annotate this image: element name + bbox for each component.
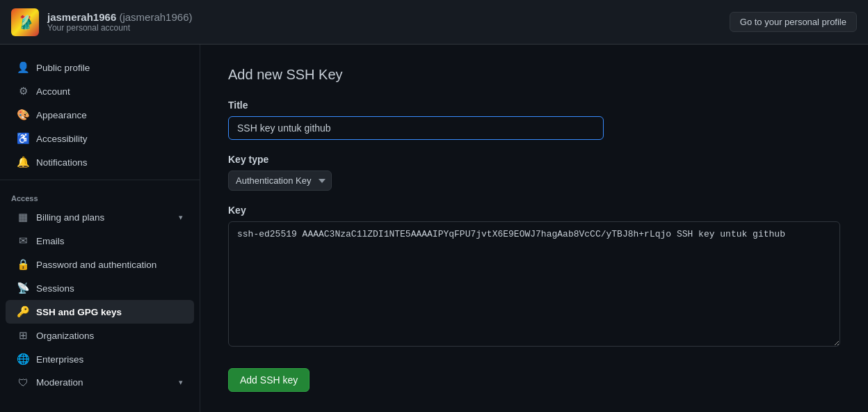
sidebar-item-emails[interactable]: ✉ Emails <box>6 229 194 253</box>
globe-icon: 🌐 <box>17 353 29 365</box>
sidebar-item-appearance[interactable]: 🎨 Appearance <box>6 103 194 127</box>
sidebar-label-sessions: Sessions <box>36 283 74 294</box>
sidebar-label-organizations: Organizations <box>36 331 94 341</box>
key-type-label: Key type <box>228 154 840 165</box>
sidebar-item-organizations[interactable]: ⊞ Organizations <box>6 324 194 347</box>
sidebar-label-moderation: Moderation <box>36 377 83 388</box>
chevron-icon-billing: ▾ <box>179 213 183 222</box>
handle-text: (jasmerah1966) <box>119 11 192 23</box>
avatar: 🥻 <box>11 8 39 36</box>
organizations-icon: ⊞ <box>17 329 29 342</box>
bell-icon: 🔔 <box>17 156 29 168</box>
key-type-select[interactable]: Authentication Key Signing Key <box>228 171 332 191</box>
title-label: Title <box>228 100 840 111</box>
sidebar-label-password-auth: Password and authentication <box>36 260 156 270</box>
go-to-profile-button[interactable]: Go to your personal profile <box>730 12 857 32</box>
title-input[interactable] <box>228 116 604 140</box>
sidebar-item-notifications[interactable]: 🔔 Notifications <box>6 150 194 174</box>
main-content: Add new SSH Key Title Key type Authentic… <box>200 45 868 412</box>
key-icon: 🔑 <box>17 306 29 318</box>
header-left: 🥻 jasmerah1966 (jasmerah1966) Your perso… <box>11 8 192 36</box>
key-label: Key <box>228 205 840 216</box>
email-icon: ✉ <box>17 235 29 247</box>
sidebar-section-access: Access <box>0 186 200 205</box>
header: 🥻 jasmerah1966 (jasmerah1966) Your perso… <box>0 0 868 45</box>
chevron-icon-moderation: ▾ <box>179 378 183 387</box>
sessions-icon: 📡 <box>17 282 29 294</box>
person-icon: 👤 <box>17 61 29 74</box>
sidebar-item-account[interactable]: ⚙ Account <box>6 79 194 103</box>
sidebar-item-sessions[interactable]: 📡 Sessions <box>6 276 194 300</box>
sidebar-label-public-profile: Public profile <box>36 63 90 73</box>
sidebar-label-enterprises: Enterprises <box>36 354 83 365</box>
sidebar-item-enterprises[interactable]: 🌐 Enterprises <box>6 347 194 371</box>
sidebar-item-accessibility[interactable]: ♿ Accessibility <box>6 127 194 150</box>
sidebar-item-public-profile[interactable]: 👤 Public profile <box>6 56 194 79</box>
shield-icon: 🛡 <box>17 377 29 388</box>
key-form-group: Key ssh-ed25519 AAAAC3NzaC1lZDI1NTE5AAAA… <box>228 205 840 349</box>
page-title: Add new SSH Key <box>228 67 840 83</box>
username-text: jasmerah1966 <box>47 11 116 23</box>
username-display: jasmerah1966 (jasmerah1966) <box>47 11 192 23</box>
sidebar-label-ssh-gpg: SSH and GPG keys <box>36 307 122 317</box>
sidebar-label-appearance: Appearance <box>36 110 87 120</box>
gear-icon: ⚙ <box>17 85 29 97</box>
sidebar-label-emails: Emails <box>36 236 65 246</box>
sidebar-item-ssh-gpg[interactable]: 🔑 SSH and GPG keys <box>6 300 194 324</box>
add-ssh-key-button[interactable]: Add SSH key <box>228 368 310 392</box>
key-textarea[interactable]: ssh-ed25519 AAAAC3NzaC1lZDI1NTE5AAAAIPYq… <box>228 221 840 347</box>
user-info: jasmerah1966 (jasmerah1966) Your persona… <box>47 11 192 33</box>
sidebar: 👤 Public profile ⚙ Account 🎨 Appearance … <box>0 45 200 412</box>
sidebar-item-password-auth[interactable]: 🔒 Password and authentication <box>6 253 194 276</box>
sidebar-item-billing[interactable]: ▦ Billing and plans ▾ <box>6 205 194 229</box>
paint-icon: 🎨 <box>17 109 29 121</box>
sidebar-divider-access <box>0 180 200 180</box>
body: 👤 Public profile ⚙ Account 🎨 Appearance … <box>0 45 868 412</box>
accessibility-icon: ♿ <box>17 132 29 145</box>
sidebar-label-billing: Billing and plans <box>36 212 104 223</box>
sidebar-item-moderation[interactable]: 🛡 Moderation ▾ <box>6 371 194 394</box>
title-form-group: Title <box>228 100 840 140</box>
sidebar-label-notifications: Notifications <box>36 157 88 168</box>
account-subtitle: Your personal account <box>47 23 192 33</box>
sidebar-label-accessibility: Accessibility <box>36 134 88 144</box>
key-type-form-group: Key type Authentication Key Signing Key <box>228 154 840 191</box>
billing-icon: ▦ <box>17 211 29 223</box>
sidebar-label-account: Account <box>36 86 70 97</box>
lock-icon: 🔒 <box>17 258 29 271</box>
